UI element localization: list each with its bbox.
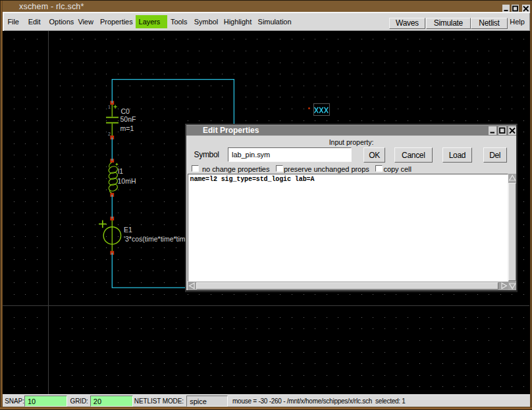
svg-text:2: 2 bbox=[108, 132, 111, 136]
svg-text:m=1: m=1 bbox=[120, 124, 134, 132]
svg-text:E1: E1 bbox=[124, 226, 132, 234]
svg-text:50nF: 50nF bbox=[120, 115, 136, 123]
svg-text:'3*cos(time*time*time*: '3*cos(time*time*time* bbox=[124, 235, 192, 243]
svg-text:l1: l1 bbox=[118, 167, 123, 175]
svg-text:10mH: 10mH bbox=[118, 177, 136, 185]
svg-text:1: 1 bbox=[108, 105, 111, 109]
svg-text:C0: C0 bbox=[121, 107, 130, 115]
